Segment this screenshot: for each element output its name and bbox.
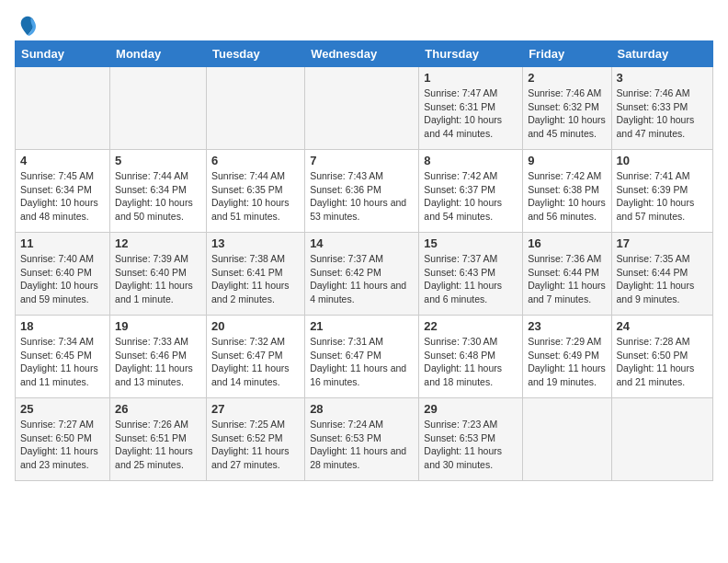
day-number: 9 bbox=[528, 154, 606, 167]
calendar-cell bbox=[523, 398, 611, 481]
day-info: Sunrise: 7:31 AM Sunset: 6:47 PM Dayligh… bbox=[310, 335, 414, 389]
calendar-cell: 16Sunrise: 7:36 AM Sunset: 6:44 PM Dayli… bbox=[523, 233, 611, 316]
calendar-cell: 22Sunrise: 7:30 AM Sunset: 6:48 PM Dayli… bbox=[419, 316, 523, 398]
calendar-cell: 24Sunrise: 7:28 AM Sunset: 6:50 PM Dayli… bbox=[611, 316, 712, 398]
day-number: 12 bbox=[115, 236, 201, 250]
header bbox=[15, 15, 713, 33]
day-number: 20 bbox=[211, 319, 300, 333]
calendar-cell bbox=[206, 67, 304, 150]
day-info: Sunrise: 7:26 AM Sunset: 6:51 PM Dayligh… bbox=[115, 418, 201, 472]
day-number: 3 bbox=[617, 71, 708, 85]
calendar-cell bbox=[110, 67, 207, 150]
week-row-2: 4Sunrise: 7:45 AM Sunset: 6:34 PM Daylig… bbox=[16, 150, 713, 233]
day-info: Sunrise: 7:44 AM Sunset: 6:34 PM Dayligh… bbox=[115, 169, 201, 224]
day-number: 10 bbox=[617, 154, 708, 167]
day-info: Sunrise: 7:29 AM Sunset: 6:49 PM Dayligh… bbox=[528, 335, 606, 389]
day-number: 14 bbox=[310, 236, 414, 250]
calendar-cell: 5Sunrise: 7:44 AM Sunset: 6:34 PM Daylig… bbox=[110, 150, 207, 233]
day-info: Sunrise: 7:25 AM Sunset: 6:52 PM Dayligh… bbox=[211, 418, 300, 472]
day-number: 13 bbox=[211, 236, 300, 250]
day-info: Sunrise: 7:34 AM Sunset: 6:45 PM Dayligh… bbox=[20, 335, 105, 389]
calendar-body: 1Sunrise: 7:47 AM Sunset: 6:31 PM Daylig… bbox=[16, 67, 713, 481]
day-info: Sunrise: 7:45 AM Sunset: 6:34 PM Dayligh… bbox=[20, 169, 105, 224]
calendar-cell: 17Sunrise: 7:35 AM Sunset: 6:44 PM Dayli… bbox=[611, 233, 712, 316]
day-number: 5 bbox=[115, 154, 201, 167]
header-friday: Friday bbox=[523, 41, 611, 67]
day-number: 7 bbox=[310, 154, 414, 167]
day-info: Sunrise: 7:37 AM Sunset: 6:42 PM Dayligh… bbox=[310, 252, 414, 306]
day-info: Sunrise: 7:28 AM Sunset: 6:50 PM Dayligh… bbox=[617, 335, 708, 389]
day-number: 26 bbox=[115, 402, 201, 416]
day-info: Sunrise: 7:42 AM Sunset: 6:38 PM Dayligh… bbox=[528, 169, 606, 224]
calendar-cell: 19Sunrise: 7:33 AM Sunset: 6:46 PM Dayli… bbox=[110, 316, 207, 398]
calendar-cell: 29Sunrise: 7:23 AM Sunset: 6:53 PM Dayli… bbox=[419, 398, 523, 481]
day-number: 27 bbox=[211, 402, 300, 416]
day-number: 23 bbox=[528, 319, 606, 333]
day-number: 22 bbox=[424, 319, 518, 333]
calendar-header-row: SundayMondayTuesdayWednesdayThursdayFrid… bbox=[16, 41, 713, 67]
calendar-cell: 15Sunrise: 7:37 AM Sunset: 6:43 PM Dayli… bbox=[419, 233, 523, 316]
calendar-cell: 21Sunrise: 7:31 AM Sunset: 6:47 PM Dayli… bbox=[305, 316, 419, 398]
day-number: 11 bbox=[20, 236, 105, 250]
header-monday: Monday bbox=[110, 41, 207, 67]
header-tuesday: Tuesday bbox=[206, 41, 304, 67]
day-info: Sunrise: 7:46 AM Sunset: 6:33 PM Dayligh… bbox=[617, 86, 708, 141]
calendar-cell: 12Sunrise: 7:39 AM Sunset: 6:40 PM Dayli… bbox=[110, 233, 207, 316]
day-info: Sunrise: 7:37 AM Sunset: 6:43 PM Dayligh… bbox=[424, 252, 518, 306]
week-row-5: 25Sunrise: 7:27 AM Sunset: 6:50 PM Dayli… bbox=[16, 398, 713, 481]
calendar-cell: 27Sunrise: 7:25 AM Sunset: 6:52 PM Dayli… bbox=[206, 398, 304, 481]
day-info: Sunrise: 7:30 AM Sunset: 6:48 PM Dayligh… bbox=[424, 335, 518, 389]
day-info: Sunrise: 7:36 AM Sunset: 6:44 PM Dayligh… bbox=[528, 252, 606, 306]
logo bbox=[15, 15, 39, 33]
logo-icon bbox=[17, 15, 39, 37]
calendar-cell: 3Sunrise: 7:46 AM Sunset: 6:33 PM Daylig… bbox=[611, 67, 712, 150]
day-info: Sunrise: 7:46 AM Sunset: 6:32 PM Dayligh… bbox=[528, 86, 606, 141]
week-row-1: 1Sunrise: 7:47 AM Sunset: 6:31 PM Daylig… bbox=[16, 67, 713, 150]
day-info: Sunrise: 7:35 AM Sunset: 6:44 PM Dayligh… bbox=[617, 252, 708, 306]
day-number: 15 bbox=[424, 236, 518, 250]
week-row-4: 18Sunrise: 7:34 AM Sunset: 6:45 PM Dayli… bbox=[16, 316, 713, 398]
week-row-3: 11Sunrise: 7:40 AM Sunset: 6:40 PM Dayli… bbox=[16, 233, 713, 316]
day-info: Sunrise: 7:27 AM Sunset: 6:50 PM Dayligh… bbox=[20, 418, 105, 472]
header-saturday: Saturday bbox=[611, 41, 712, 67]
calendar-cell: 9Sunrise: 7:42 AM Sunset: 6:38 PM Daylig… bbox=[523, 150, 611, 233]
day-info: Sunrise: 7:38 AM Sunset: 6:41 PM Dayligh… bbox=[211, 252, 300, 306]
calendar-cell: 11Sunrise: 7:40 AM Sunset: 6:40 PM Dayli… bbox=[16, 233, 110, 316]
calendar-cell: 2Sunrise: 7:46 AM Sunset: 6:32 PM Daylig… bbox=[523, 67, 611, 150]
day-number: 18 bbox=[20, 319, 105, 333]
day-number: 8 bbox=[424, 154, 518, 167]
day-info: Sunrise: 7:43 AM Sunset: 6:36 PM Dayligh… bbox=[310, 169, 414, 224]
day-number: 21 bbox=[310, 319, 414, 333]
calendar-cell bbox=[305, 67, 419, 150]
calendar-cell: 25Sunrise: 7:27 AM Sunset: 6:50 PM Dayli… bbox=[16, 398, 110, 481]
day-number: 25 bbox=[20, 402, 105, 416]
day-number: 24 bbox=[617, 319, 708, 333]
calendar-cell bbox=[16, 67, 110, 150]
calendar-cell: 10Sunrise: 7:41 AM Sunset: 6:39 PM Dayli… bbox=[611, 150, 712, 233]
calendar-cell: 14Sunrise: 7:37 AM Sunset: 6:42 PM Dayli… bbox=[305, 233, 419, 316]
day-number: 29 bbox=[424, 402, 518, 416]
day-number: 1 bbox=[424, 71, 518, 85]
day-number: 17 bbox=[617, 236, 708, 250]
calendar-cell: 23Sunrise: 7:29 AM Sunset: 6:49 PM Dayli… bbox=[523, 316, 611, 398]
calendar-cell: 26Sunrise: 7:26 AM Sunset: 6:51 PM Dayli… bbox=[110, 398, 207, 481]
day-number: 4 bbox=[20, 154, 105, 167]
header-wednesday: Wednesday bbox=[305, 41, 419, 67]
day-info: Sunrise: 7:32 AM Sunset: 6:47 PM Dayligh… bbox=[211, 335, 300, 389]
header-sunday: Sunday bbox=[16, 41, 110, 67]
day-number: 28 bbox=[310, 402, 414, 416]
day-number: 19 bbox=[115, 319, 201, 333]
calendar-table: SundayMondayTuesdayWednesdayThursdayFrid… bbox=[15, 40, 713, 481]
calendar-cell: 13Sunrise: 7:38 AM Sunset: 6:41 PM Dayli… bbox=[206, 233, 304, 316]
calendar-cell: 7Sunrise: 7:43 AM Sunset: 6:36 PM Daylig… bbox=[305, 150, 419, 233]
day-info: Sunrise: 7:42 AM Sunset: 6:37 PM Dayligh… bbox=[424, 169, 518, 224]
day-info: Sunrise: 7:41 AM Sunset: 6:39 PM Dayligh… bbox=[617, 169, 708, 224]
calendar-cell: 8Sunrise: 7:42 AM Sunset: 6:37 PM Daylig… bbox=[419, 150, 523, 233]
calendar-cell bbox=[611, 398, 712, 481]
day-info: Sunrise: 7:39 AM Sunset: 6:40 PM Dayligh… bbox=[115, 252, 201, 306]
day-info: Sunrise: 7:23 AM Sunset: 6:53 PM Dayligh… bbox=[424, 418, 518, 472]
day-number: 2 bbox=[528, 71, 606, 85]
day-info: Sunrise: 7:33 AM Sunset: 6:46 PM Dayligh… bbox=[115, 335, 201, 389]
day-number: 6 bbox=[211, 154, 300, 167]
day-number: 16 bbox=[528, 236, 606, 250]
